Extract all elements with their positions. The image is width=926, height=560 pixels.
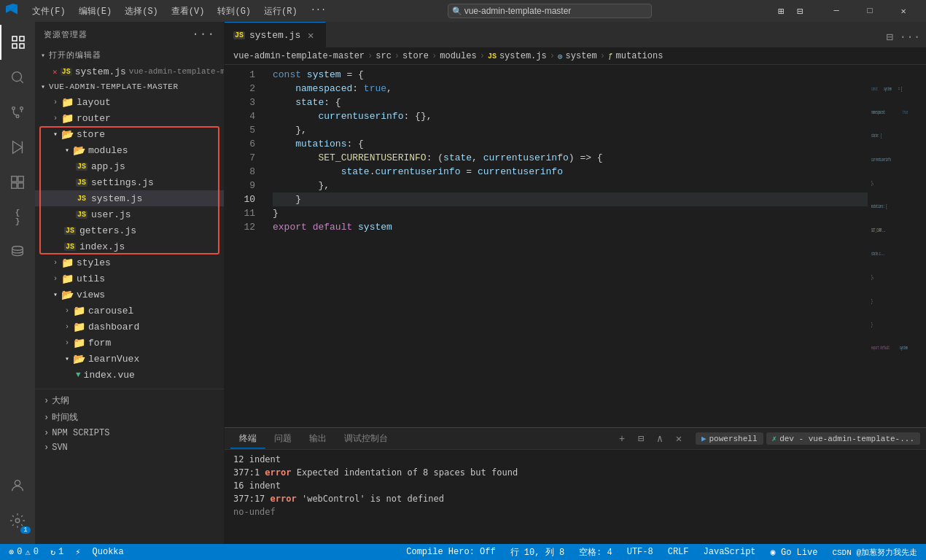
outline-panel[interactable]: › 大纲: [35, 392, 224, 409]
status-spaces[interactable]: 空格: 4: [576, 544, 615, 560]
tree-item-index-js[interactable]: JS index.js: [35, 238, 224, 254]
terminal-session-dev[interactable]: ✗ dev - vue-admin-template-...: [766, 432, 920, 445]
breadcrumb-src[interactable]: src: [376, 51, 392, 61]
tree-item-layout[interactable]: › 📁 layout: [35, 94, 224, 110]
tree-item-dashboard[interactable]: › 📁 dashboard: [35, 319, 224, 335]
code-line-8: state.currentuserinfo = currentuserinfo: [273, 165, 868, 179]
project-root[interactable]: ▾ VUE-ADMIN-TEMPLATE-MASTER: [35, 79, 224, 94]
open-editors-section[interactable]: ▾ 打开的编辑器: [35, 47, 224, 63]
status-right: Compile Hero: Off 行 10, 列 8 空格: 4 UTF-8 …: [403, 544, 920, 560]
menu-goto[interactable]: 转到(G): [211, 4, 257, 19]
terminal-tab-debug[interactable]: 调试控制台: [335, 429, 397, 448]
activity-json[interactable]: {}: [0, 200, 35, 235]
tree-item-settings-js[interactable]: JS settings.js: [35, 174, 224, 190]
json-label: {}: [15, 209, 20, 226]
menu-run[interactable]: 运行(R): [258, 4, 303, 19]
terminal-tab-output[interactable]: 输出: [300, 429, 335, 448]
project-name: VUE-ADMIN-TEMPLATE-MASTER: [49, 82, 179, 91]
activity-source-control[interactable]: [0, 95, 35, 130]
sidebar-more-button[interactable]: ···: [192, 28, 215, 41]
status-language[interactable]: JavaScript: [701, 544, 759, 560]
styles-arrow: ›: [50, 257, 61, 268]
maximize-button[interactable]: □: [853, 0, 887, 22]
folder-icon-layout: 📁: [61, 96, 74, 109]
tab-close-button[interactable]: ✕: [305, 29, 316, 41]
layout2-icon[interactable]: ⊟: [792, 3, 808, 19]
menu-select[interactable]: 选择(S): [119, 4, 164, 19]
close-terminal-button[interactable]: ✕: [671, 431, 687, 447]
tree-item-getters-js[interactable]: JS getters.js: [35, 222, 224, 238]
tab-system-js[interactable]: JS system.js ✕: [225, 22, 326, 47]
code-editor[interactable]: const system = { namespaced: true, state…: [261, 65, 868, 427]
breadcrumb-file[interactable]: system.js: [499, 51, 547, 61]
svg-text:true: true: [903, 109, 909, 116]
activity-database[interactable]: [0, 235, 35, 270]
menu-view[interactable]: 查看(V): [166, 4, 211, 19]
terminal-line-5: no-undef: [233, 505, 917, 518]
activity-explorer[interactable]: [0, 25, 35, 60]
breadcrumb-modules[interactable]: modules: [440, 51, 476, 61]
status-position[interactable]: 行 10, 列 8: [507, 544, 567, 560]
svn-panel[interactable]: › SVN: [35, 440, 224, 455]
open-file-label: system.js: [75, 66, 126, 77]
menu-more[interactable]: ···: [305, 4, 332, 19]
npm-scripts-panel[interactable]: › NPM SCRIPTS: [35, 426, 224, 440]
search-input[interactable]: [448, 4, 652, 18]
minimize-button[interactable]: —: [820, 0, 853, 22]
status-line-ending[interactable]: CRLF: [665, 544, 692, 560]
add-terminal-button[interactable]: +: [614, 431, 630, 447]
terminal-session-powershell[interactable]: ▶ powershell: [696, 432, 763, 445]
terminal-tab-terminal[interactable]: 终端: [230, 429, 265, 448]
close-file-icon[interactable]: ✕: [52, 67, 58, 77]
status-errors[interactable]: ⊗ 0 ⚠ 0: [6, 544, 42, 560]
tree-item-carousel[interactable]: › 📁 carousel: [35, 303, 224, 319]
tree-item-app-js[interactable]: JS app.js: [35, 158, 224, 174]
menu-file[interactable]: 文件(F): [26, 4, 71, 19]
breadcrumb-root[interactable]: vue-admin-template-master: [233, 51, 365, 61]
tree-item-views[interactable]: ▾ 📂 views: [35, 287, 224, 303]
status-quokka[interactable]: Quokka: [90, 544, 127, 560]
tree-item-index-vue[interactable]: ▼ index.vue: [35, 367, 224, 383]
compile-label: Compile Hero: Off: [406, 547, 495, 557]
tree-item-user-js[interactable]: JS user.js: [35, 206, 224, 222]
status-sync[interactable]: ↻ 1: [47, 544, 66, 560]
timeline-panel[interactable]: › 时间线: [35, 409, 224, 426]
tree-item-styles[interactable]: › 📁 styles: [35, 254, 224, 271]
activity-run[interactable]: [0, 130, 35, 165]
menu-edit[interactable]: 编辑(E): [73, 4, 118, 19]
split-terminal-button[interactable]: ⊟: [633, 431, 649, 447]
status-csdn[interactable]: CSDN @加葱努力我先走: [829, 544, 920, 560]
open-file-item[interactable]: ✕ JS system.js vue-admin-template-master…: [35, 63, 224, 79]
tree-item-router[interactable]: › 📁 router: [35, 110, 224, 126]
system-js-label: system.js: [91, 193, 142, 204]
tree-item-modules[interactable]: ▾ 📂 modules: [35, 142, 224, 158]
layout-icon[interactable]: ⊞: [773, 3, 789, 19]
maximize-terminal-button[interactable]: ∧: [652, 431, 668, 447]
status-go-live[interactable]: ◉ Go Live: [768, 544, 821, 560]
breadcrumb-store[interactable]: store: [402, 51, 429, 61]
activity-account[interactable]: [0, 468, 35, 503]
breadcrumb-fn[interactable]: mutations: [616, 51, 664, 61]
activity-search[interactable]: [0, 60, 35, 95]
split-editor-button[interactable]: ⊟: [879, 27, 900, 47]
svg-marker-7: [13, 141, 23, 154]
activity-settings[interactable]: 1: [0, 503, 35, 538]
tree-item-system-js[interactable]: JS system.js: [35, 190, 224, 206]
status-compile[interactable]: Compile Hero: Off: [403, 544, 498, 560]
status-encoding[interactable]: UTF-8: [624, 544, 656, 560]
breadcrumb-symbol[interactable]: system: [566, 51, 597, 61]
terminal-tab-problems[interactable]: 问题: [265, 429, 300, 448]
activity-extensions[interactable]: [0, 165, 35, 200]
breadcrumb-sep-6: ›: [600, 51, 605, 61]
terminal-output[interactable]: 12 indent 377:1 error Expected indentati…: [225, 450, 926, 544]
more-actions-button[interactable]: ···: [900, 27, 920, 47]
terminal-line-1: 12 indent: [233, 453, 917, 466]
tree-item-utils[interactable]: › 📁 utils: [35, 271, 224, 287]
status-lightning[interactable]: ⚡: [72, 544, 83, 560]
close-button[interactable]: ✕: [887, 0, 920, 22]
tree-item-store[interactable]: ▾ 📂 store: [35, 126, 224, 142]
svg-text:system: system: [884, 85, 892, 92]
svg-rect-10: [18, 176, 23, 182]
tree-item-form[interactable]: › 📁 form: [35, 335, 224, 351]
tree-item-learnvuex[interactable]: ▾ 📂 learnVuex: [35, 351, 224, 367]
